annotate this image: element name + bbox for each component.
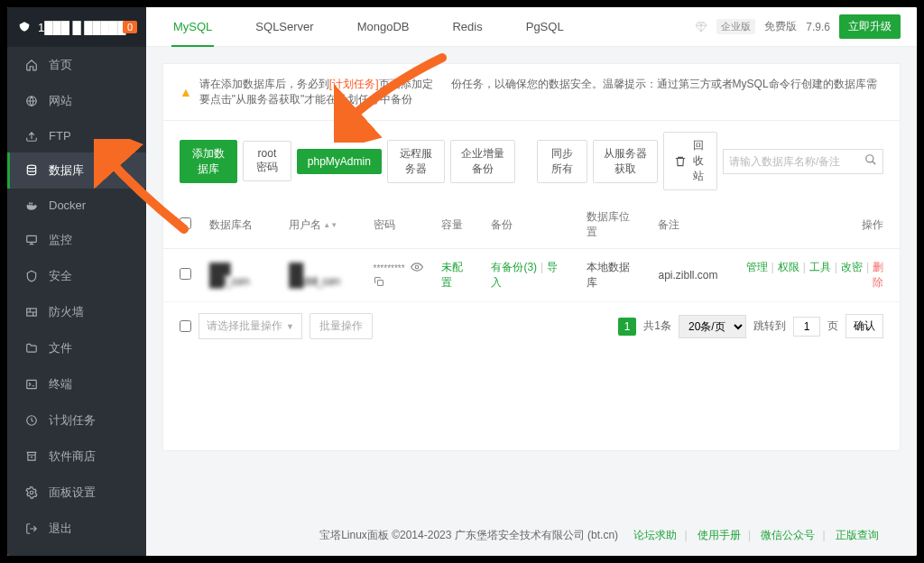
- batch-button[interactable]: 批量操作: [310, 313, 373, 339]
- footer-link-forum[interactable]: 论坛求助: [633, 529, 677, 541]
- enterprise-backup-button[interactable]: 企业增量备份: [450, 140, 515, 183]
- svg-point-13: [415, 265, 419, 269]
- footer-link-wechat[interactable]: 微信公众号: [761, 529, 815, 541]
- th-backup: 备份: [482, 201, 577, 249]
- copy-icon[interactable]: [374, 278, 384, 289]
- th-ops: 操作: [726, 201, 900, 249]
- sidebar-header: 1███ █ █████ 0: [7, 7, 146, 47]
- firewall-icon: [25, 306, 38, 318]
- sidebar-item-label: 数据库: [49, 162, 84, 179]
- th-user[interactable]: 用户名 ▲▼: [280, 201, 364, 249]
- sidebar-item-firewall[interactable]: 防火墙: [7, 294, 146, 330]
- db-name: ███ ██ll_com: [209, 263, 249, 288]
- page-size-select[interactable]: 20条/页: [679, 315, 746, 338]
- sidebar-item-label: FTP: [49, 129, 71, 143]
- op-tool[interactable]: 工具: [809, 261, 831, 273]
- row-checkbox[interactable]: [180, 268, 191, 280]
- capacity-link[interactable]: 未配置: [441, 261, 463, 289]
- sidebar-item-label: 网站: [49, 93, 72, 109]
- sidebar-item-label: 计划任务: [49, 412, 96, 429]
- eye-icon[interactable]: [411, 261, 423, 276]
- warning-text: 请在添加数据库后，务必到[计划任务]页面添加定 份任务，以确保您的数据安全。温馨…: [199, 77, 883, 107]
- sidebar-item-label: 终端: [49, 376, 72, 392]
- exit-icon: [25, 522, 38, 535]
- sidebar-item-monitor[interactable]: 监控: [7, 222, 146, 258]
- home-icon: [25, 59, 38, 71]
- op-perm[interactable]: 权限: [778, 261, 799, 273]
- shield-icon: [25, 270, 38, 282]
- svg-point-11: [30, 491, 33, 494]
- server-name: 1███ █ █████: [38, 21, 125, 34]
- th-capacity: 容量: [432, 201, 483, 249]
- sidebar-item-home[interactable]: 首页: [7, 47, 146, 83]
- add-database-button[interactable]: 添加数据库: [180, 140, 237, 183]
- footer-link-manual[interactable]: 使用手册: [698, 529, 741, 541]
- phpmyadmin-button[interactable]: phpMyAdmin: [297, 149, 382, 174]
- sync-all-button[interactable]: 同步所有: [537, 140, 587, 183]
- sidebar-item-database[interactable]: 数据库: [7, 152, 146, 189]
- sidebar-item-docker[interactable]: Docker: [7, 189, 146, 222]
- sidebar-item-files[interactable]: 文件: [7, 330, 146, 366]
- tab-redis[interactable]: Redis: [441, 7, 493, 47]
- message-badge[interactable]: 0: [123, 21, 137, 33]
- enterprise-badge[interactable]: 企业版: [716, 19, 755, 34]
- sidebar-item-cron[interactable]: 计划任务: [7, 402, 146, 438]
- sidebar-item-label: 安全: [49, 268, 72, 284]
- tab-pgsql[interactable]: PgSQL: [515, 7, 575, 47]
- settings-icon: [25, 486, 38, 499]
- panel: ▲ 请在添加数据库后，务必到[计划任务]页面添加定 份任务，以确保您的数据安全。…: [162, 63, 901, 451]
- jump-input[interactable]: [793, 317, 820, 337]
- fetch-server-button[interactable]: 从服务器获取: [593, 140, 658, 183]
- sidebar-item-label: 面板设置: [49, 485, 96, 501]
- tab-sqlserver[interactable]: SQLServer: [245, 7, 324, 47]
- db-location: 本地数据库: [578, 249, 650, 302]
- batch-checkbox[interactable]: [180, 320, 191, 332]
- th-name: 数据库名: [200, 201, 280, 249]
- pwd-mask: *********: [374, 263, 405, 273]
- batch-select[interactable]: 请选择批量操作 ▼: [199, 313, 302, 339]
- db-remark[interactable]: api.zibll.com: [649, 249, 726, 302]
- backup-link[interactable]: 有备份(3): [491, 261, 537, 273]
- total-count: 共1条: [643, 318, 671, 334]
- op-edit[interactable]: 改密: [841, 261, 863, 273]
- recycle-button[interactable]: 回收站: [663, 132, 717, 190]
- sidebar-item-security[interactable]: 安全: [7, 258, 146, 294]
- op-manage[interactable]: 管理: [746, 261, 768, 273]
- svg-rect-6: [31, 202, 32, 204]
- root-password-button[interactable]: root密码: [243, 141, 291, 181]
- sidebar-item-terminal[interactable]: 终端: [7, 366, 146, 402]
- search-icon: [864, 153, 877, 166]
- svg-point-12: [866, 155, 873, 162]
- remote-server-button[interactable]: 远程服务器: [387, 140, 445, 183]
- search-button[interactable]: [864, 153, 877, 169]
- svg-point-1: [27, 165, 35, 169]
- th-location: 数据库位置: [578, 201, 650, 249]
- warning-icon: ▲: [180, 85, 192, 99]
- warning-banner: ▲ 请在添加数据库后，务必到[计划任务]页面添加定 份任务，以确保您的数据安全。…: [163, 64, 900, 121]
- tab-mysql[interactable]: MySQL: [162, 7, 223, 47]
- sidebar-item-ftp[interactable]: FTP: [7, 119, 146, 152]
- confirm-button[interactable]: 确认: [845, 314, 883, 338]
- version-text: 7.9.6: [806, 21, 830, 33]
- upgrade-button[interactable]: 立即升级: [839, 14, 901, 39]
- clock-icon: [25, 414, 38, 427]
- footer-link-genuine[interactable]: 正版查询: [836, 529, 879, 541]
- sidebar-item-site[interactable]: 网站: [7, 83, 146, 119]
- select-all-checkbox[interactable]: [180, 217, 191, 229]
- svg-rect-5: [29, 202, 31, 204]
- sidebar-item-settings[interactable]: 面板设置: [7, 475, 146, 511]
- search-input[interactable]: [729, 155, 864, 168]
- sidebar-item-store[interactable]: 软件商店: [7, 438, 146, 475]
- tabbar: MySQL SQLServer MongoDB Redis PgSQL 企业版 …: [146, 7, 917, 47]
- database-icon: [25, 164, 38, 177]
- current-page[interactable]: 1: [618, 318, 637, 336]
- monitor-icon: [25, 234, 38, 246]
- jump-label: 跳转到: [753, 318, 786, 334]
- db-user: ██ ██zibll_com: [289, 263, 339, 288]
- tab-mongodb[interactable]: MongoDB: [346, 7, 420, 47]
- cron-link[interactable]: [计划任务]: [329, 78, 379, 90]
- table-row: ███ ██ll_com ██ ██zibll_com *********: [163, 249, 900, 302]
- sidebar-item-exit[interactable]: 退出: [7, 511, 146, 547]
- op-delete[interactable]: 删除: [873, 261, 883, 289]
- footer: 宝塔Linux面板 ©2014-2023 广东堡塔安全技术有限公司 (bt.cn…: [285, 528, 917, 543]
